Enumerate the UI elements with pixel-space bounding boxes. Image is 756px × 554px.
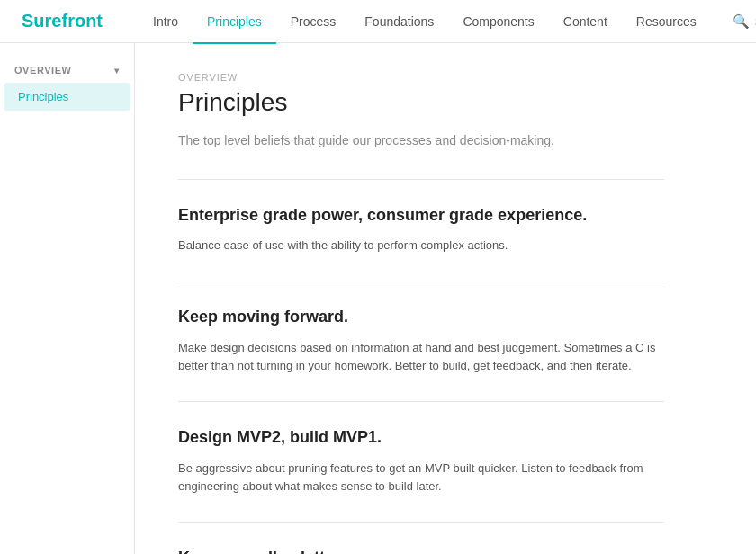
page-subtitle: The top level beliefs that guide our pro… [178, 131, 664, 150]
chevron-down-icon: ▾ [114, 66, 120, 76]
content-wrapper: OVERVIEW Principles The top level belief… [178, 72, 713, 554]
nav-links: Intro Principles Process Foundations Com… [139, 0, 711, 43]
search-button[interactable]: 🔍 Search [725, 13, 756, 30]
layout: OVERVIEW ▾ Principles OVERVIEW [0, 43, 756, 554]
logo-prefix: Sure [22, 11, 61, 31]
nav-link-process[interactable]: Process [276, 1, 351, 44]
page-label: OVERVIEW [178, 72, 664, 83]
page-title: Principles [178, 88, 664, 117]
principle-enterprise-title: Enterprise grade power, consumer grade e… [178, 205, 664, 226]
principle-mvp-body: Be aggressive about pruning features to … [178, 460, 664, 497]
principle-palette: Keep a small palette. Defer to a reduced… [178, 522, 664, 554]
principle-mvp-title: Design MVP2, build MVP1. [178, 427, 664, 448]
sidebar-section-label: OVERVIEW [14, 65, 72, 76]
nav-link-components[interactable]: Components [448, 1, 548, 44]
sidebar-item-principles[interactable]: Principles [4, 83, 130, 111]
nav-link-principles[interactable]: Principles [193, 1, 276, 44]
nav-link-intro[interactable]: Intro [139, 1, 193, 44]
nav-link-resources[interactable]: Resources [622, 1, 711, 44]
main-content: OVERVIEW Principles The top level belief… [135, 43, 756, 554]
principle-mvp: Design MVP2, build MVP1. Be aggressive a… [178, 401, 664, 522]
nav-link-foundations[interactable]: Foundations [350, 1, 448, 44]
logo[interactable]: Surefront [22, 11, 103, 31]
principle-palette-title: Keep a small palette. [178, 548, 664, 554]
main-wrapper: OVERVIEW Principles The top level belief… [178, 72, 713, 554]
principle-enterprise: Enterprise grade power, consumer grade e… [178, 179, 664, 281]
principle-enterprise-body: Balance ease of use with the ability to … [178, 237, 664, 255]
top-nav: Surefront Intro Principles Process Found… [0, 0, 756, 43]
principle-moving-body: Make design decisions based on informati… [178, 339, 664, 377]
search-icon: 🔍 [733, 13, 750, 30]
sidebar-section-header[interactable]: OVERVIEW ▾ [0, 58, 134, 83]
principle-moving-title: Keep moving forward. [178, 307, 664, 327]
principle-moving: Keep moving forward. Make design decisio… [178, 281, 664, 401]
logo-suffix: front [61, 11, 103, 31]
nav-link-content[interactable]: Content [549, 1, 622, 44]
sidebar: OVERVIEW ▾ Principles [0, 43, 135, 554]
content-area: OVERVIEW Principles The top level belief… [178, 72, 664, 554]
